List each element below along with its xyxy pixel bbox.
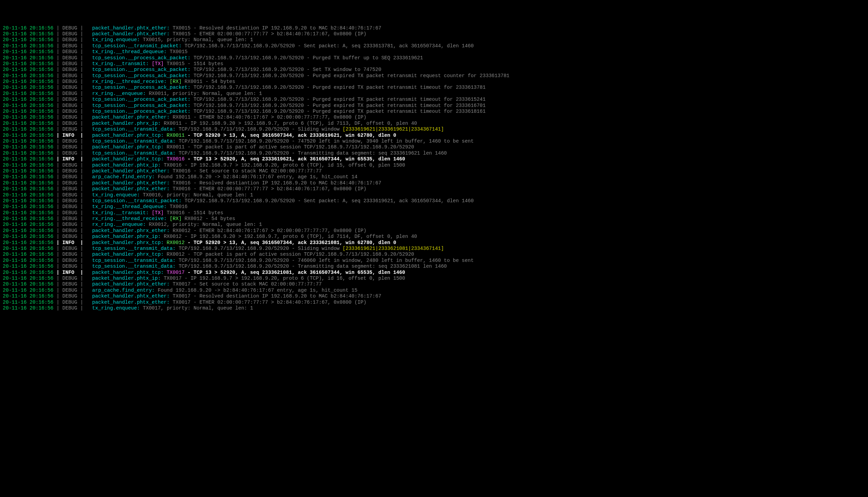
- log-row: 20-11-16 20:16:56 | DEBUG | tcp_session.…: [3, 258, 865, 264]
- log-module: tcp_session.__transmit_data:: [92, 138, 176, 144]
- log-message-segment: TCP/192.168.9.7/13/192.168.9.20/52920 - …: [190, 67, 381, 72]
- log-message-segment: RX0011 - TCP packet is part of active se…: [164, 144, 414, 150]
- separator: |: [80, 133, 92, 138]
- log-row: 20-11-16 20:16:56 | INFO | packet_handle…: [3, 270, 865, 276]
- log-level: DEBUG: [62, 25, 80, 31]
- separator: |: [80, 186, 92, 192]
- separator: |: [80, 234, 92, 239]
- separator: |: [80, 103, 92, 108]
- separator: |: [80, 258, 92, 263]
- separator: |: [53, 228, 62, 233]
- log-row: 20-11-16 20:16:56 | DEBUG | packet_handl…: [3, 281, 865, 287]
- separator: |: [80, 174, 92, 180]
- separator: |: [80, 216, 92, 221]
- log-level: DEBUG: [62, 31, 80, 37]
- separator: |: [80, 270, 92, 275]
- log-level: DEBUG: [62, 150, 80, 156]
- log-message-segment: TX0015: [167, 49, 188, 54]
- log-row: 20-11-16 20:16:56 | DEBUG | tcp_session.…: [3, 198, 865, 204]
- separator: |: [80, 126, 92, 132]
- separator: |: [53, 288, 62, 293]
- log-timestamp: 20-11-16 20:16:56: [3, 264, 53, 269]
- separator: |: [53, 168, 62, 174]
- separator: |: [80, 276, 92, 281]
- log-message-segment: RX0011, priority: Normal, queue len: 1: [146, 91, 262, 96]
- terminal-log: 20-11-16 20:16:56 | DEBUG | packet_handl…: [3, 25, 865, 312]
- log-message-segment: TX0016 - Set source to stack MAC 02:00:0…: [170, 168, 322, 174]
- log-level: DEBUG: [62, 246, 80, 251]
- separator: |: [53, 293, 62, 299]
- log-level: DEBUG: [62, 144, 80, 150]
- separator: |: [53, 37, 62, 43]
- log-module: packet_handler.phtx_ip:: [92, 162, 161, 168]
- log-level: DEBUG: [62, 204, 80, 209]
- log-timestamp: 20-11-16 20:16:56: [3, 55, 53, 61]
- separator: |: [53, 138, 62, 144]
- log-message-segment: TX0017 - IP 192.168.9.7 > 192.168.9.20, …: [161, 276, 405, 281]
- log-timestamp: 20-11-16 20:16:56: [3, 281, 53, 287]
- separator: |: [80, 252, 92, 257]
- log-message-segment: TCP/192.168.9.7/13/192.168.9.20/52920 - …: [182, 43, 474, 49]
- log-level: DEBUG: [62, 162, 80, 168]
- log-row: 20-11-16 20:16:56 | DEBUG | tx_ring.enqu…: [3, 37, 865, 43]
- log-level: DEBUG: [62, 228, 80, 233]
- log-level: DEBUG: [62, 180, 80, 186]
- log-module: rx_ring.__thread_receive:: [92, 79, 167, 84]
- log-row: 20-11-16 20:16:56 | DEBUG | arp_cache.fi…: [3, 174, 865, 180]
- log-level: DEBUG: [62, 186, 80, 192]
- log-message-segment: TX0016 - 1514 bytes: [164, 210, 223, 216]
- log-level: DEBUG: [62, 264, 80, 269]
- log-module: packet_handler.phrx_ip:: [92, 234, 161, 239]
- log-timestamp: 20-11-16 20:16:56: [3, 144, 53, 150]
- log-message-segment: Found 192.168.9.20 -> b2:84:40:76:17:67 …: [155, 174, 358, 180]
- log-level: DEBUG: [62, 138, 80, 144]
- log-timestamp: 20-11-16 20:16:56: [3, 103, 53, 108]
- log-timestamp: 20-11-16 20:16:56: [3, 49, 53, 54]
- log-module: tcp_session.__process_ack_packet:: [92, 55, 190, 61]
- log-level: DEBUG: [62, 121, 80, 126]
- log-module: packet_handler.phrx_ether:: [92, 114, 170, 120]
- separator: |: [53, 156, 62, 162]
- log-timestamp: 20-11-16 20:16:56: [3, 234, 53, 239]
- separator: |: [80, 31, 92, 37]
- log-message-segment: TCP/192.168.9.7/13/192.168.9.20/52920 - …: [176, 138, 474, 144]
- log-timestamp: 20-11-16 20:16:56: [3, 192, 53, 198]
- log-row: 20-11-16 20:16:56 | DEBUG | packet_handl…: [3, 25, 865, 31]
- log-message-segment: TCP/192.168.9.7/13/192.168.9.20/52920 - …: [190, 73, 509, 78]
- separator: |: [53, 204, 62, 209]
- log-message-segment: TX0015 - Resolved destiantion IP 192.168…: [170, 25, 381, 31]
- log-timestamp: 20-11-16 20:16:56: [3, 270, 53, 275]
- log-level: DEBUG: [62, 222, 80, 227]
- log-module: rx_ring.__thread_receive:: [92, 216, 167, 221]
- log-level: INFO: [62, 270, 80, 275]
- log-row: 20-11-16 20:16:56 | DEBUG | packet_handl…: [3, 293, 865, 299]
- log-module: tcp_session.__transmit_data:: [92, 150, 176, 156]
- log-message-segment: TCP/192.168.9.7/13/192.168.9.20/52920 - …: [176, 258, 474, 263]
- log-timestamp: 20-11-16 20:16:56: [3, 228, 53, 233]
- log-timestamp: 20-11-16 20:16:56: [3, 85, 53, 90]
- log-level: DEBUG: [62, 73, 80, 78]
- log-module: packet_handler.phrx_tcp:: [92, 133, 164, 138]
- log-module: packet_handler.phrx_tcp:: [92, 144, 164, 150]
- log-message-segment: [RX]: [167, 216, 182, 221]
- log-row: 20-11-16 20:16:56 | DEBUG | arp_cache.fi…: [3, 288, 865, 293]
- separator: |: [53, 91, 62, 96]
- log-module: tcp_session.__process_ack_packet:: [92, 67, 190, 72]
- log-module: tcp_session.__process_ack_packet:: [92, 109, 190, 114]
- log-timestamp: 20-11-16 20:16:56: [3, 168, 53, 174]
- log-row: 20-11-16 20:16:56 | DEBUG | tx_ring.__th…: [3, 49, 865, 55]
- log-timestamp: 20-11-16 20:16:56: [3, 305, 53, 311]
- separator: |: [80, 156, 92, 162]
- separator: |: [53, 264, 62, 269]
- log-message-segment: Found 192.168.9.20 -> b2:84:40:76:17:67 …: [155, 288, 358, 293]
- log-level: DEBUG: [62, 61, 80, 66]
- log-row: 20-11-16 20:16:56 | DEBUG | packet_handl…: [3, 121, 865, 126]
- separator: |: [80, 198, 92, 204]
- log-level: DEBUG: [62, 305, 80, 311]
- log-timestamp: 20-11-16 20:16:56: [3, 67, 53, 72]
- separator: |: [80, 114, 92, 120]
- log-module: tcp_session.__process_ack_packet:: [92, 85, 190, 90]
- log-message-segment: [TX]: [149, 61, 164, 66]
- log-message-segment: RX0012 - ETHER b2:84:40:76:17:67 > 02:00…: [170, 228, 366, 233]
- separator: |: [53, 276, 62, 281]
